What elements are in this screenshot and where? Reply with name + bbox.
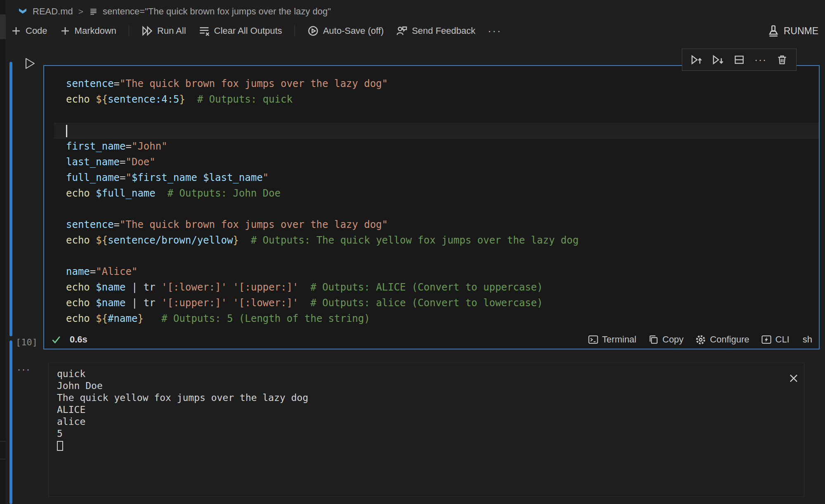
code-token: name (66, 266, 90, 277)
code-token (90, 297, 96, 309)
code-token: } (179, 94, 185, 105)
gear-icon (695, 334, 706, 345)
output-menu-button[interactable]: ··· (17, 363, 31, 375)
code-token: echo (66, 297, 90, 309)
code-token: $name (96, 297, 125, 309)
plus-icon (60, 26, 71, 36)
code-token: '[:lower:]' (233, 297, 299, 309)
code-token: } (233, 234, 239, 246)
add-markdown-cell-button[interactable]: Markdown (60, 26, 116, 36)
code-token: "Doe" (126, 156, 156, 168)
code-token: | tr (126, 281, 162, 293)
code-line: echo ${#name} # Outputs: 5 (Length of th… (44, 311, 819, 326)
auto-save-icon (307, 25, 319, 37)
code-token: "The quick brown fox jumps over the lazy… (120, 219, 388, 230)
code-token (90, 94, 96, 105)
output-line: ALICE (57, 404, 804, 416)
toolbar-divider (129, 25, 129, 37)
code-token: $full_name (96, 188, 156, 199)
breadcrumb-cell[interactable]: sentence="The quick brown fox jumps over… (103, 6, 331, 17)
code-token: sentence (66, 78, 114, 89)
workbench-edge-strip (0, 0, 6, 504)
execution-count: [10] (16, 337, 38, 347)
code-token: '[:lower:]' (161, 281, 227, 293)
code-token: " (126, 172, 132, 183)
cell-output: quickJohn DoeThe quick yellow fox jumps … (48, 363, 804, 497)
code-token: $last_name (203, 172, 263, 183)
code-token: echo (66, 281, 90, 293)
code-token: # Outputs: 5 (Length of the string) (161, 313, 370, 324)
code-token: | tr (126, 297, 162, 309)
execute-above-button[interactable] (688, 52, 705, 68)
code-token: # Outputs: ALICE (Convert to uppercase) (310, 281, 543, 293)
code-line (44, 107, 819, 123)
code-line (44, 201, 819, 217)
configure-button[interactable]: Configure (695, 334, 749, 345)
toolbar-more-button[interactable]: ··· (488, 25, 502, 37)
code-editor[interactable]: sentence="The quick brown fox jumps over… (44, 66, 819, 330)
cell-more-actions-button[interactable]: ··· (752, 52, 769, 68)
code-cell: sentence="The quick brown fox jumps over… (43, 65, 820, 349)
code-token: sentence/brown/yellow (108, 234, 233, 246)
code-token (299, 297, 311, 309)
breadcrumb-separator: > (78, 7, 84, 16)
output-line: John Doe (57, 380, 804, 392)
terminal-cursor (57, 441, 63, 451)
run-cell-button[interactable] (23, 57, 36, 70)
code-token: = (120, 172, 125, 183)
code-token: echo (66, 313, 90, 324)
code-token (90, 234, 96, 246)
cell-language-picker[interactable]: sh (803, 334, 812, 345)
code-token: first_name (66, 141, 126, 152)
execution-duration: 0.6s (70, 334, 87, 345)
breadcrumb: READ.md > sentence="The quick brown fox … (17, 4, 331, 19)
workbench-edge-highlight (0, 14, 6, 39)
close-output-icon[interactable] (788, 373, 799, 384)
brand-label: RUNME (784, 26, 818, 37)
run-all-button[interactable]: Run All (141, 25, 186, 37)
terminal-output[interactable]: quickJohn DoeThe quick yellow fox jumps … (49, 363, 804, 440)
divider (0, 441, 6, 442)
code-line (54, 123, 819, 138)
code-token: $first_name (132, 172, 197, 183)
code-line: first_name="John" (44, 138, 819, 154)
runme-notebook-window: READ.md > sentence="The quick brown fox … (0, 0, 825, 504)
copy-button[interactable]: Copy (648, 334, 684, 345)
delete-cell-button[interactable] (774, 52, 790, 68)
code-token: = (126, 141, 132, 152)
code-token (90, 313, 96, 324)
code-token: sentence:4:5 (108, 94, 179, 105)
cli-button[interactable]: CLI (761, 334, 790, 345)
code-line: full_name="$first_name $last_name" (44, 170, 819, 185)
code-token (90, 188, 96, 199)
code-token: = (114, 219, 120, 230)
code-token: = (114, 78, 120, 89)
code-token: #name (108, 313, 137, 324)
code-token: = (120, 156, 125, 168)
execute-below-button[interactable] (710, 52, 726, 68)
code-token (227, 281, 233, 293)
clear-outputs-icon (198, 25, 210, 37)
divider (0, 459, 6, 459)
code-line (44, 248, 819, 264)
add-code-cell-button[interactable]: Code (11, 26, 47, 36)
cell-toolbar: ··· (682, 49, 797, 71)
code-token: '[:upper:]' (161, 297, 227, 309)
code-line: echo ${sentence:4:5} # Outputs: quick (44, 91, 819, 107)
auto-save-toggle[interactable]: Auto-Save (off) (307, 25, 384, 37)
terminal-button[interactable]: Terminal (588, 334, 636, 345)
clear-all-outputs-button[interactable]: Clear All Outputs (198, 25, 282, 37)
code-token (156, 188, 167, 199)
code-line: echo $name | tr '[:lower:]' '[:upper:]' … (44, 279, 819, 295)
code-line: name="Alice" (44, 264, 819, 279)
code-token: # Outputs: John Doe (167, 188, 281, 199)
code-token: '[:upper:]' (233, 281, 299, 293)
code-token: # Outputs: alice (Convert to lowercase) (310, 297, 543, 309)
success-check-icon (51, 334, 61, 345)
split-cell-button[interactable] (731, 52, 747, 68)
send-feedback-button[interactable]: Send Feedback (396, 25, 475, 37)
code-token: # Outputs: The quick yellow fox jumps ov… (251, 234, 579, 246)
code-token: last_name (66, 156, 120, 168)
breadcrumb-file[interactable]: READ.md (33, 6, 73, 17)
output-focus-bar (9, 340, 12, 504)
